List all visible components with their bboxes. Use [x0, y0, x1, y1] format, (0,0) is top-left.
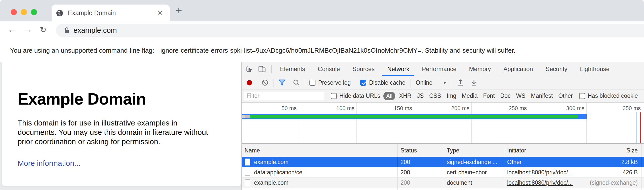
devtools-tabbar: Elements Console Sources Network Perform…: [242, 62, 644, 76]
clear-network-log-icon[interactable]: [261, 79, 269, 86]
browser-tab[interactable]: Example Domain ✕: [52, 5, 170, 21]
filter-type-doc[interactable]: Doc: [500, 92, 511, 99]
filter-type-xhr[interactable]: XHR: [399, 92, 412, 99]
timeline-tick: 150 ms: [377, 105, 412, 112]
filter-type-css[interactable]: CSS: [429, 92, 441, 99]
back-icon[interactable]: ←: [8, 24, 16, 34]
reload-icon[interactable]: ↻: [40, 25, 47, 35]
filter-funnel-icon[interactable]: [278, 79, 286, 86]
column-header-name[interactable]: Name: [242, 144, 397, 157]
filter-type-js[interactable]: JS: [417, 92, 424, 99]
timeline-tick: 50 ms: [262, 105, 297, 112]
filter-type-font[interactable]: Font: [483, 92, 495, 99]
document-icon: [245, 169, 251, 176]
tab-close-icon[interactable]: ✕: [157, 9, 163, 17]
tab-lighthouse[interactable]: Lighthouse: [574, 62, 616, 76]
globe-favicon-icon: [56, 9, 63, 17]
omnibox[interactable]: example.com: [56, 24, 644, 37]
inspect-element-icon[interactable]: [245, 65, 253, 73]
has-blocked-cookies-checkbox[interactable]: [579, 93, 585, 99]
filter-type-other[interactable]: Other: [558, 92, 573, 99]
has-blocked-cookies-label: Has blocked cookie: [588, 92, 638, 99]
tab-security[interactable]: Security: [539, 62, 574, 76]
url-text: example.com: [73, 26, 117, 35]
network-filter-row: Hide data URLs All XHR JS CSS Img Media …: [242, 89, 644, 103]
load-event-marker: [640, 112, 641, 143]
more-information-link[interactable]: More information...: [18, 159, 80, 168]
column-header-initiator[interactable]: Initiator: [504, 144, 582, 157]
new-tab-button[interactable]: +: [176, 4, 182, 17]
lock-icon[interactable]: [64, 27, 69, 34]
import-har-icon[interactable]: [470, 79, 478, 87]
table-row[interactable]: example.com 200 signed-exchange ... Othe…: [242, 157, 644, 167]
gridline: [356, 103, 357, 143]
table-row-partial: [242, 188, 644, 190]
page-viewport: Example Domain This domain is for use in…: [2, 62, 241, 186]
waterfall-stalled-segment: [245, 115, 250, 118]
tab-sources[interactable]: Sources: [346, 62, 381, 76]
request-name: data:application/ce...: [254, 169, 307, 176]
domcontentloaded-marker: [636, 112, 636, 143]
filter-type-img[interactable]: Img: [447, 92, 456, 99]
page-paragraph: This domain is for use in illustrative e…: [18, 118, 214, 146]
disable-cache-checkbox[interactable]: [360, 80, 366, 86]
traffic-light-zoom-icon[interactable]: [31, 9, 37, 15]
initiator-link[interactable]: localhost:8080/priv/doc/...: [507, 179, 573, 186]
filter-type-manifest[interactable]: Manifest: [531, 92, 553, 99]
tab-memory[interactable]: Memory: [463, 62, 497, 76]
filter-input[interactable]: [244, 91, 324, 101]
request-status: 200: [397, 167, 444, 177]
tab-strip: Example Domain ✕ +: [0, 0, 644, 21]
device-toolbar-icon[interactable]: [258, 65, 266, 73]
export-har-icon[interactable]: [456, 79, 464, 87]
timeline-tick: 300 ms: [550, 105, 584, 112]
timeline-tick: 200 ms: [435, 105, 469, 112]
disable-cache-label: Disable cache: [369, 79, 405, 86]
preserve-log-label: Preserve log: [318, 79, 351, 86]
hide-data-urls-checkbox[interactable]: [331, 93, 337, 99]
filter-type-media[interactable]: Media: [462, 92, 478, 99]
tab-elements[interactable]: Elements: [274, 62, 311, 76]
chevron-down-icon[interactable]: ▾: [444, 80, 446, 86]
content-split: Example Domain This domain is for use in…: [0, 62, 644, 190]
column-header-status[interactable]: Status: [397, 144, 444, 157]
divider: [305, 79, 305, 87]
devtools-tool-icons: [242, 62, 269, 76]
forward-icon[interactable]: →: [24, 24, 32, 34]
record-network-log-button[interactable]: [247, 80, 252, 85]
request-time-partial: [641, 178, 644, 188]
request-name: example.com: [254, 179, 289, 186]
gridline: [414, 103, 414, 143]
gridline: [299, 103, 299, 143]
divider: [271, 65, 272, 73]
filter-type-ws[interactable]: WS: [516, 92, 525, 99]
network-overview-timeline[interactable]: 50 ms 100 ms 150 ms 200 ms 250 ms 300 ms…: [242, 103, 644, 143]
divider: [451, 79, 451, 87]
column-header-time-partial[interactable]: [641, 144, 644, 157]
filter-type-all[interactable]: All: [383, 92, 395, 100]
traffic-light-minimize-icon[interactable]: [21, 9, 27, 15]
column-header-size[interactable]: Size: [582, 144, 641, 157]
tab-console[interactable]: Console: [311, 62, 346, 76]
initiator-link[interactable]: localhost:8080/priv/doc/...: [507, 169, 573, 176]
document-text-icon: [245, 179, 251, 186]
preserve-log-checkbox[interactable]: [309, 80, 315, 86]
request-size: (signed-exchange): [582, 178, 641, 188]
tab-application[interactable]: Application: [497, 62, 539, 76]
table-row[interactable]: data:application/ce... 200 cert-chain+cb…: [242, 167, 644, 178]
request-status: 200: [397, 157, 444, 167]
table-row[interactable]: example.com 200 document localhost:8080/…: [242, 178, 644, 188]
traffic-light-close-icon[interactable]: [11, 9, 17, 15]
tab-performance[interactable]: Performance: [416, 62, 463, 76]
column-header-type[interactable]: Type: [444, 144, 504, 157]
waterfall-download-segment: [250, 115, 578, 118]
request-initiator: Other: [504, 157, 582, 167]
tab-network[interactable]: Network: [381, 62, 416, 76]
divider: [273, 79, 273, 87]
browser-window: Example Domain ✕ + ← → ↻ example.com You…: [0, 0, 644, 190]
request-type: document: [444, 178, 504, 188]
search-icon[interactable]: [293, 79, 300, 86]
waterfall-overview-bar: [242, 114, 587, 119]
tab-title: Example Domain: [68, 9, 116, 17]
throttling-select[interactable]: Online: [416, 79, 432, 86]
